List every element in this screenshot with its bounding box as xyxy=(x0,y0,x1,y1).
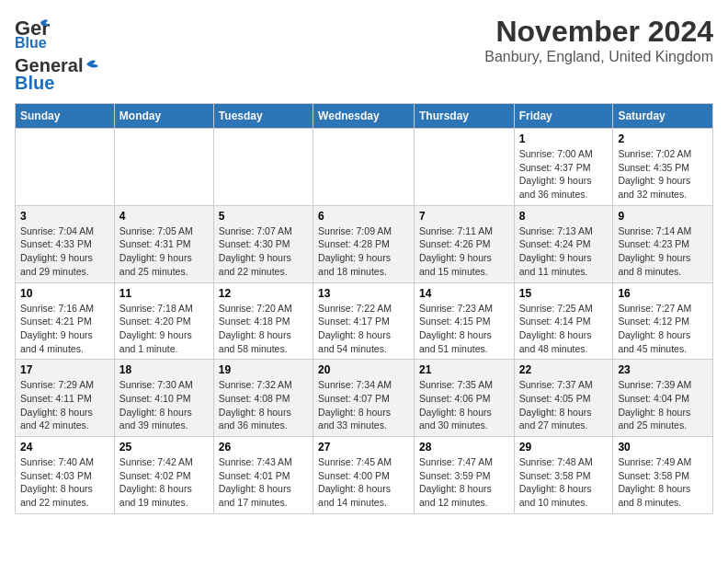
day-number: 9 xyxy=(618,210,708,223)
calendar-week-5: 24Sunrise: 7:40 AM Sunset: 4:03 PM Dayli… xyxy=(16,437,713,514)
day-number: 30 xyxy=(618,441,708,454)
logo: General Blue General Blue xyxy=(15,15,105,94)
calendar-week-3: 10Sunrise: 7:16 AM Sunset: 4:21 PM Dayli… xyxy=(16,282,713,360)
calendar-week-2: 3Sunrise: 7:04 AM Sunset: 4:33 PM Daylig… xyxy=(16,205,713,282)
day-info: Sunrise: 7:09 AM Sunset: 4:28 PM Dayligh… xyxy=(318,224,409,279)
day-number: 29 xyxy=(519,441,609,454)
day-info: Sunrise: 7:49 AM Sunset: 3:58 PM Dayligh… xyxy=(618,455,708,510)
day-number: 6 xyxy=(318,210,409,223)
calendar-cell: 6Sunrise: 7:09 AM Sunset: 4:28 PM Daylig… xyxy=(313,205,415,282)
calendar-cell: 25Sunrise: 7:42 AM Sunset: 4:02 PM Dayli… xyxy=(114,437,213,514)
day-info: Sunrise: 7:40 AM Sunset: 4:03 PM Dayligh… xyxy=(20,455,109,510)
calendar-header-row: Sunday Monday Tuesday Wednesday Thursday… xyxy=(16,104,713,129)
day-number: 19 xyxy=(219,363,308,376)
day-number: 27 xyxy=(318,441,409,454)
logo-bird-icon xyxy=(85,56,105,73)
day-info: Sunrise: 7:48 AM Sunset: 3:58 PM Dayligh… xyxy=(519,455,609,510)
calendar-cell: 11Sunrise: 7:18 AM Sunset: 4:20 PM Dayli… xyxy=(114,282,213,360)
header-sunday: Sunday xyxy=(16,104,115,129)
calendar-cell: 26Sunrise: 7:43 AM Sunset: 4:01 PM Dayli… xyxy=(213,437,313,514)
day-info: Sunrise: 7:05 AM Sunset: 4:31 PM Dayligh… xyxy=(119,224,209,279)
day-number: 10 xyxy=(20,287,109,300)
calendar-cell: 24Sunrise: 7:40 AM Sunset: 4:03 PM Dayli… xyxy=(16,437,115,514)
day-number: 2 xyxy=(618,132,708,145)
calendar-cell: 9Sunrise: 7:14 AM Sunset: 4:23 PM Daylig… xyxy=(613,205,713,282)
day-number: 11 xyxy=(119,287,209,300)
day-info: Sunrise: 7:22 AM Sunset: 4:17 PM Dayligh… xyxy=(318,302,409,356)
calendar-cell xyxy=(114,129,213,206)
calendar-title: November 2024 xyxy=(484,15,713,49)
day-info: Sunrise: 7:04 AM Sunset: 4:33 PM Dayligh… xyxy=(20,224,109,279)
day-info: Sunrise: 7:07 AM Sunset: 4:30 PM Dayligh… xyxy=(219,224,308,279)
calendar-week-1: 1Sunrise: 7:00 AM Sunset: 4:37 PM Daylig… xyxy=(16,129,713,206)
day-info: Sunrise: 7:37 AM Sunset: 4:05 PM Dayligh… xyxy=(519,378,609,432)
day-number: 20 xyxy=(318,363,409,376)
calendar-cell xyxy=(16,129,115,206)
day-info: Sunrise: 7:00 AM Sunset: 4:37 PM Dayligh… xyxy=(519,147,609,201)
day-info: Sunrise: 7:39 AM Sunset: 4:04 PM Dayligh… xyxy=(618,378,708,432)
day-number: 24 xyxy=(20,441,109,454)
calendar-cell: 27Sunrise: 7:45 AM Sunset: 4:00 PM Dayli… xyxy=(313,437,415,514)
day-info: Sunrise: 7:11 AM Sunset: 4:26 PM Dayligh… xyxy=(419,224,509,279)
calendar-cell: 14Sunrise: 7:23 AM Sunset: 4:15 PM Dayli… xyxy=(414,282,514,360)
day-info: Sunrise: 7:02 AM Sunset: 4:35 PM Dayligh… xyxy=(618,147,708,201)
calendar-cell: 13Sunrise: 7:22 AM Sunset: 4:17 PM Dayli… xyxy=(313,282,415,360)
calendar-cell: 16Sunrise: 7:27 AM Sunset: 4:12 PM Dayli… xyxy=(613,282,713,360)
logo-blue: Blue xyxy=(15,73,54,94)
day-number: 12 xyxy=(219,287,308,300)
day-info: Sunrise: 7:34 AM Sunset: 4:07 PM Dayligh… xyxy=(318,378,409,432)
calendar-cell xyxy=(313,129,415,206)
logo-icon: General Blue xyxy=(15,15,50,53)
calendar-cell: 18Sunrise: 7:30 AM Sunset: 4:10 PM Dayli… xyxy=(114,360,213,437)
calendar-cell xyxy=(414,129,514,206)
day-info: Sunrise: 7:45 AM Sunset: 4:00 PM Dayligh… xyxy=(318,455,409,510)
svg-text:Blue: Blue xyxy=(15,35,47,50)
calendar-cell: 19Sunrise: 7:32 AM Sunset: 4:08 PM Dayli… xyxy=(213,360,313,437)
calendar-cell: 8Sunrise: 7:13 AM Sunset: 4:24 PM Daylig… xyxy=(514,205,613,282)
calendar-cell: 12Sunrise: 7:20 AM Sunset: 4:18 PM Dayli… xyxy=(213,282,313,360)
title-area: November 2024 Banbury, England, United K… xyxy=(484,15,713,65)
calendar-cell: 3Sunrise: 7:04 AM Sunset: 4:33 PM Daylig… xyxy=(16,205,115,282)
day-number: 23 xyxy=(618,363,708,376)
calendar-cell: 30Sunrise: 7:49 AM Sunset: 3:58 PM Dayli… xyxy=(613,437,713,514)
calendar-cell: 15Sunrise: 7:25 AM Sunset: 4:14 PM Dayli… xyxy=(514,282,613,360)
header-saturday: Saturday xyxy=(613,104,713,129)
header-tuesday: Tuesday xyxy=(213,104,313,129)
day-info: Sunrise: 7:13 AM Sunset: 4:24 PM Dayligh… xyxy=(519,224,609,279)
day-number: 14 xyxy=(419,287,509,300)
calendar-cell: 22Sunrise: 7:37 AM Sunset: 4:05 PM Dayli… xyxy=(514,360,613,437)
day-info: Sunrise: 7:18 AM Sunset: 4:20 PM Dayligh… xyxy=(119,302,209,356)
calendar-cell: 5Sunrise: 7:07 AM Sunset: 4:30 PM Daylig… xyxy=(213,205,313,282)
day-number: 5 xyxy=(219,210,308,223)
day-info: Sunrise: 7:43 AM Sunset: 4:01 PM Dayligh… xyxy=(219,455,308,510)
header-wednesday: Wednesday xyxy=(313,104,415,129)
calendar-cell: 29Sunrise: 7:48 AM Sunset: 3:58 PM Dayli… xyxy=(514,437,613,514)
day-number: 28 xyxy=(419,441,509,454)
day-number: 1 xyxy=(519,132,609,145)
header-monday: Monday xyxy=(114,104,213,129)
header-thursday: Thursday xyxy=(414,104,514,129)
calendar-table: Sunday Monday Tuesday Wednesday Thursday… xyxy=(15,103,713,514)
calendar-cell: 28Sunrise: 7:47 AM Sunset: 3:59 PM Dayli… xyxy=(414,437,514,514)
calendar-cell: 1Sunrise: 7:00 AM Sunset: 4:37 PM Daylig… xyxy=(514,129,613,206)
calendar-cell: 7Sunrise: 7:11 AM Sunset: 4:26 PM Daylig… xyxy=(414,205,514,282)
header-friday: Friday xyxy=(514,104,613,129)
calendar-cell: 21Sunrise: 7:35 AM Sunset: 4:06 PM Dayli… xyxy=(414,360,514,437)
day-info: Sunrise: 7:16 AM Sunset: 4:21 PM Dayligh… xyxy=(20,302,109,356)
day-number: 26 xyxy=(219,441,308,454)
day-number: 8 xyxy=(519,210,609,223)
day-number: 17 xyxy=(20,363,109,376)
calendar-cell: 20Sunrise: 7:34 AM Sunset: 4:07 PM Dayli… xyxy=(313,360,415,437)
day-number: 18 xyxy=(119,363,209,376)
day-number: 22 xyxy=(519,363,609,376)
day-info: Sunrise: 7:42 AM Sunset: 4:02 PM Dayligh… xyxy=(119,455,209,510)
day-number: 15 xyxy=(519,287,609,300)
day-info: Sunrise: 7:32 AM Sunset: 4:08 PM Dayligh… xyxy=(219,378,308,432)
day-info: Sunrise: 7:30 AM Sunset: 4:10 PM Dayligh… xyxy=(119,378,209,432)
day-number: 16 xyxy=(618,287,708,300)
day-number: 25 xyxy=(119,441,209,454)
day-info: Sunrise: 7:47 AM Sunset: 3:59 PM Dayligh… xyxy=(419,455,509,510)
calendar-cell: 10Sunrise: 7:16 AM Sunset: 4:21 PM Dayli… xyxy=(16,282,115,360)
calendar-cell: 2Sunrise: 7:02 AM Sunset: 4:35 PM Daylig… xyxy=(613,129,713,206)
day-info: Sunrise: 7:25 AM Sunset: 4:14 PM Dayligh… xyxy=(519,302,609,356)
